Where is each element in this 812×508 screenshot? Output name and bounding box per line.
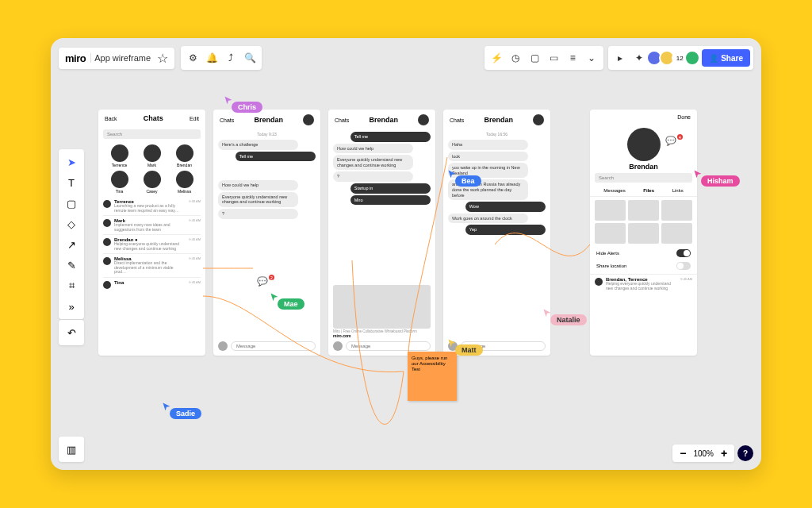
zoom-out-button[interactable]: − [676, 446, 690, 460]
wireframe-chat-3[interactable]: ChatsBrendan Today 16:56 Haha look you w… [443, 110, 550, 356]
reactions-icon[interactable]: ✦ [630, 49, 648, 67]
export-icon[interactable]: ⤴ [222, 49, 239, 67]
zoom-level[interactable]: 100% [693, 449, 714, 458]
sticky-note[interactable]: Guys, please run our Accessibility Test [408, 352, 457, 401]
share-button[interactable]: 👤 Share [702, 49, 750, 67]
attachment-image [333, 285, 431, 329]
timer-icon[interactable]: ◷ [507, 49, 524, 67]
star-icon[interactable]: ☆ [157, 51, 168, 66]
zoom-in-button[interactable]: + [717, 446, 731, 460]
help-button[interactable]: ? [737, 445, 753, 461]
chat-list-item[interactable]: Tina9:40 AM [103, 277, 201, 291]
screen-icon[interactable]: ▢ [526, 49, 543, 67]
search-field[interactable]: Search [103, 129, 201, 139]
toggle-hide-alerts[interactable] [676, 249, 691, 257]
list-icon[interactable]: ≡ [564, 49, 581, 67]
pen-tool[interactable]: ✎ [62, 256, 81, 275]
wireframe-chats[interactable]: BackChatsEdit Search TerrenceMarkBrendan… [98, 110, 205, 356]
bolt-icon[interactable]: ⚡ [488, 49, 505, 67]
arrow-tool[interactable]: ↗ [62, 235, 81, 254]
more-tools[interactable]: » [62, 297, 81, 316]
comment-badge[interactable]: 💬2 [257, 276, 273, 289]
avatar-icon [303, 114, 314, 125]
miro-logo: miro [65, 52, 86, 64]
undo-button[interactable]: ↶ [62, 323, 81, 342]
brand-box[interactable]: miro App wireframe ☆ [59, 48, 174, 69]
left-toolbar: ➤ T ▢ ◇ ↗ ✎ ⌗ » [59, 149, 84, 319]
cursor-sadie: Sadie [162, 402, 201, 419]
chat-list-item[interactable]: MarkImplement many new ideas and suggest… [103, 215, 201, 234]
chat-list-item[interactable]: MelissaDirect implementation and the dev… [103, 253, 201, 277]
search-icon[interactable]: 🔍 [241, 49, 259, 67]
collaborator-avatars[interactable]: 12 [649, 49, 700, 67]
present-icon[interactable]: ▭ [545, 49, 562, 67]
minimap-icon[interactable]: ▥ [62, 440, 81, 459]
comment-badge[interactable]: 💬4 [665, 136, 681, 148]
back-label[interactable]: Back [105, 116, 117, 121]
frame-tool[interactable]: ⌗ [62, 276, 81, 295]
sticky-tool[interactable]: ▢ [62, 194, 81, 213]
cursor-hisham: Hisham [693, 169, 740, 187]
shape-tool[interactable]: ◇ [62, 214, 81, 233]
chat-list-item[interactable]: TerrenceLaunching a new product as a ful… [103, 197, 201, 215]
bell-icon[interactable]: 🔔 [203, 49, 220, 67]
select-tool[interactable]: ➤ [62, 152, 81, 171]
profile-avatar [627, 128, 661, 161]
wireframe-chat-1[interactable]: ChatsBrendan Today 9:23 Here's a challen… [213, 110, 320, 356]
settings-icon[interactable]: ⚙ [184, 49, 201, 67]
board-name[interactable]: App wireframe [90, 53, 154, 63]
message-input[interactable] [231, 341, 316, 351]
header-actions: ⚙ 🔔 ⤴ 🔍 [181, 46, 262, 70]
wireframe-chat-2[interactable]: ChatsBrendan Tell me How could we help E… [328, 110, 435, 356]
title-chats: Chats [144, 114, 163, 122]
more-icon[interactable]: ⌄ [583, 49, 600, 67]
zoom-control: − 100% + [672, 444, 734, 462]
cursor-tool-icon[interactable]: ▸ [611, 49, 629, 67]
chat-list-item[interactable]: Brendan ●Helping everyone quickly unders… [103, 234, 201, 253]
toggle-share-location[interactable] [676, 262, 691, 270]
text-tool[interactable]: T [62, 173, 81, 192]
edit-label[interactable]: Edit [190, 116, 199, 121]
